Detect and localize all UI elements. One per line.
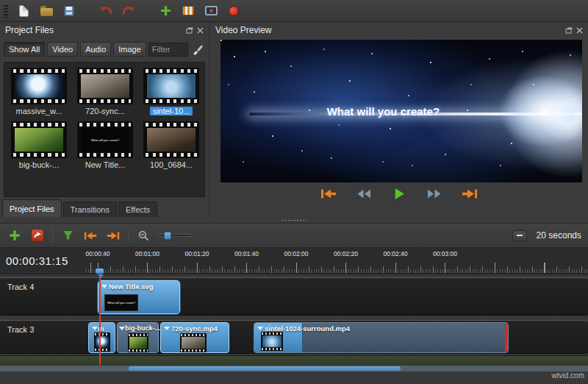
clip-thumbnail: What will you create? [104, 294, 138, 311]
project-file-item[interactable]: 100_0684... [139, 121, 204, 169]
export-video-button[interactable] [225, 2, 243, 20]
fast-forward-button[interactable] [425, 187, 444, 200]
new-project-button[interactable] [15, 2, 32, 20]
tab-transitions[interactable]: Transitions [63, 202, 117, 217]
close-panel-icon[interactable] [576, 27, 583, 34]
project-file-item[interactable]: What will you create? New Title... [73, 121, 137, 169]
panel-splitter[interactable] [0, 217, 588, 223]
playhead-handle[interactable] [95, 268, 104, 274]
marker-funnel-icon [62, 230, 74, 241]
ruler-mark: 00:00:40 [85, 250, 110, 257]
playback-controls [210, 187, 588, 200]
filter-video-button[interactable]: Video [47, 42, 78, 57]
filter-show-all-button[interactable]: Show All [4, 42, 45, 57]
timeline-toolbar: 20 seconds [0, 223, 588, 248]
choose-profile-button[interactable] [179, 2, 197, 20]
add-marker-button[interactable] [60, 227, 76, 243]
clip-thumbnail [180, 333, 207, 352]
clip-thumb-text: What will you create? [107, 301, 135, 305]
save-project-button[interactable] [60, 2, 78, 20]
track-name: Track 3 [7, 325, 34, 334]
zoom-scale-button[interactable] [512, 230, 527, 241]
ruler-mark: 00:02:40 [383, 250, 407, 257]
project-file-item-selected[interactable]: sintel-10... [139, 68, 204, 115]
filter-image-button[interactable]: Image [113, 42, 146, 57]
filmstrip-thumbnail [143, 68, 199, 104]
play-button[interactable] [390, 187, 409, 200]
undo-button[interactable] [97, 2, 115, 20]
main-toolbar [0, 0, 588, 22]
filter-audio-button[interactable]: Audio [80, 42, 111, 57]
snapping-toggle-button[interactable] [29, 227, 46, 243]
ruler-mark: 00:01:00 [135, 250, 159, 257]
add-track-button[interactable] [7, 227, 23, 243]
monitor-icon [205, 6, 218, 15]
ruler-scale[interactable]: 00:00:40 00:01:00 00:01:20 00:01:40 00:0… [85, 248, 588, 274]
undock-panel-icon[interactable] [565, 27, 573, 34]
open-folder-icon [40, 8, 53, 16]
openshot-window: Project Files Show All Video Audio Image… [0, 0, 588, 384]
zoom-slider[interactable] [158, 234, 192, 237]
profile-icon [182, 6, 194, 15]
file-label: big-buck-... [19, 160, 59, 169]
track-3-row: Track 3 m big-buck-... 720-sync.mp4 sint… [0, 320, 588, 354]
project-files-grid: massive_w... 720-sync... sintel-10... bi… [4, 62, 205, 197]
clip-menu-caret-icon[interactable] [164, 327, 170, 330]
timeline-scrollbar[interactable] [0, 366, 588, 371]
watermark: wtvid.com [552, 371, 584, 380]
clip-sintel-surround[interactable]: sintel-1024-surround.mp4 [254, 322, 509, 353]
import-files-button[interactable] [157, 2, 174, 20]
project-file-item[interactable]: 720-sync... [73, 68, 137, 115]
video-preview-panel: Video Preview What will you create? [210, 22, 588, 217]
clip-menu-caret-icon[interactable] [92, 327, 98, 330]
title-thumb-text: What will you create? [91, 138, 119, 142]
zoom-scale-label: 20 seconds [537, 230, 581, 241]
timeline-ruler[interactable]: 00:00:31:15 00:00:40 00:01:00 00:01:20 0… [0, 248, 588, 274]
filmstrip-thumbnail [11, 121, 67, 158]
redo-button[interactable] [120, 2, 137, 20]
project-file-item[interactable]: big-buck-... [7, 121, 71, 169]
clip-big-buck[interactable]: big-buck-... [117, 322, 159, 353]
next-marker-button[interactable] [105, 227, 121, 243]
zoom-button[interactable] [135, 227, 151, 243]
toolbar-grip-handle[interactable] [4, 4, 8, 18]
clip-menu-caret-icon[interactable] [119, 327, 125, 330]
clip-720-sync[interactable]: 720-sync.mp4 [160, 322, 229, 353]
file-label: 720-sync... [85, 107, 125, 115]
zoom-slider-thumb[interactable] [164, 232, 171, 240]
toolbar-separator [52, 228, 53, 243]
clear-filter-button[interactable] [190, 42, 205, 57]
clip-label: big-buck-... [125, 324, 160, 332]
jump-to-end-button[interactable] [460, 187, 479, 200]
undock-panel-icon[interactable] [186, 27, 193, 34]
tab-project-files[interactable]: Project Files [2, 199, 62, 217]
fullscreen-button[interactable] [202, 2, 220, 20]
toolbar-separator [128, 228, 129, 243]
tab-effects[interactable]: Effects [118, 202, 157, 217]
timeline-scrollbar-thumb[interactable] [129, 366, 401, 371]
video-preview-frame: What will you create? [220, 40, 582, 182]
brush-icon [192, 43, 204, 55]
minus-icon [517, 235, 523, 236]
project-file-item[interactable]: massive_w... [7, 68, 71, 115]
playhead-line [99, 274, 101, 365]
lower-track-strip [0, 355, 588, 365]
light-burst [482, 63, 582, 159]
clip-label: New Title.svg [109, 282, 154, 291]
previous-marker-button[interactable] [82, 227, 98, 243]
clip-new-title[interactable]: New Title.svg What will you create? [98, 280, 180, 314]
jump-to-start-button[interactable] [319, 187, 338, 200]
media-filter-row: Show All Video Audio Image [4, 40, 206, 58]
clip-menu-caret-icon[interactable] [257, 327, 263, 330]
file-label: 100_0684... [150, 160, 193, 169]
redo-icon [122, 5, 135, 16]
clip-menu-caret-icon[interactable] [101, 285, 107, 288]
ruler-mark: 00:02:20 [334, 250, 358, 257]
fast-forward-icon [427, 188, 442, 199]
rewind-button[interactable] [354, 187, 373, 200]
open-project-button[interactable] [37, 2, 55, 20]
clip-massive[interactable]: m [88, 322, 115, 353]
close-panel-icon[interactable] [197, 27, 204, 34]
timeline: 00:00:31:15 00:00:40 00:01:00 00:01:20 0… [0, 248, 588, 384]
filter-input[interactable] [148, 43, 188, 57]
